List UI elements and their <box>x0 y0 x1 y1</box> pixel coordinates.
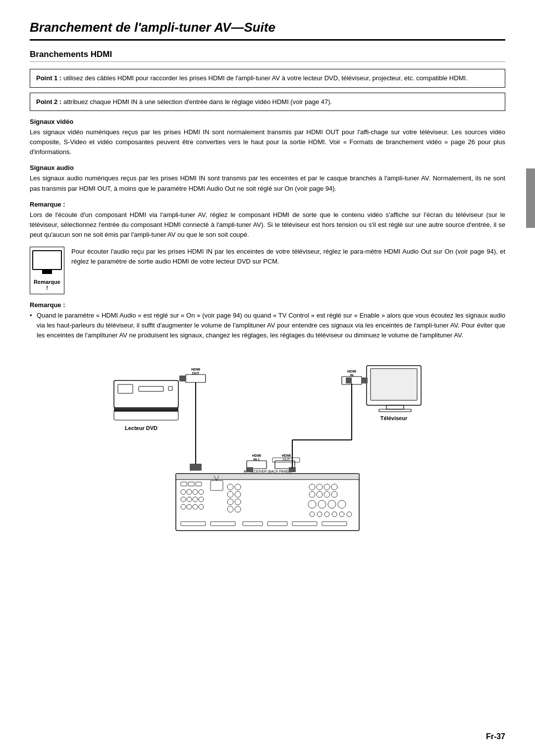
svg-rect-14 <box>386 405 404 409</box>
remarque-inline-section: Remarque ! Pour écouter l'audio reçu par… <box>30 247 505 294</box>
svg-point-27 <box>181 489 186 494</box>
svg-point-38 <box>199 504 204 509</box>
svg-text:OUT: OUT <box>192 372 200 375</box>
svg-point-63 <box>309 484 315 490</box>
lecteur-dvd-label: Lecteur DVD <box>125 425 158 431</box>
diagram-area: Lecteur DVD HDMI OUT Téléviseur HDMI IN <box>30 351 505 540</box>
svg-point-69 <box>324 491 330 497</box>
signaux-video-heading: Signaux vidéo <box>30 118 505 125</box>
svg-point-29 <box>193 489 198 494</box>
svg-text:IN 1: IN 1 <box>254 458 260 461</box>
title-italic: Suite <box>244 20 275 35</box>
svg-rect-24 <box>181 482 187 486</box>
svg-rect-25 <box>188 482 194 486</box>
svg-rect-53 <box>246 467 253 472</box>
svg-point-75 <box>310 512 315 517</box>
remarque2-bullet: Quand le paramètre « HDMI Audio » est ré… <box>30 311 505 340</box>
svg-point-80 <box>347 512 352 517</box>
svg-point-43 <box>235 484 241 490</box>
svg-point-35 <box>181 504 186 509</box>
diagram-svg: Lecteur DVD HDMI OUT Téléviseur HDMI IN <box>99 351 436 539</box>
svg-rect-6 <box>186 375 206 382</box>
svg-rect-62 <box>346 378 352 383</box>
svg-point-32 <box>187 497 192 502</box>
svg-point-34 <box>199 497 204 502</box>
remarque1-text: Lors de l'écoute d'un composant HDMI via… <box>30 210 505 240</box>
svg-rect-3 <box>168 386 172 390</box>
side-tab <box>526 168 535 228</box>
svg-rect-2 <box>139 386 163 391</box>
remarque2-list: Quand le paramètre « HDMI Audio » est ré… <box>30 311 505 340</box>
svg-rect-26 <box>196 482 202 486</box>
svg-point-45 <box>235 491 241 497</box>
remarque1-section: Remarque : Lors de l'écoute d'un composa… <box>30 201 505 240</box>
svg-text:HDMI: HDMI <box>347 370 356 373</box>
svg-rect-82 <box>211 522 235 526</box>
point2-label: Point 2 : <box>36 98 61 106</box>
remarque1-heading: Remarque : <box>30 201 505 208</box>
svg-rect-39 <box>211 481 223 490</box>
svg-point-28 <box>187 489 192 494</box>
svg-point-37 <box>193 504 198 509</box>
point1-box: Point 1 : utilisez des câbles HDMI pour … <box>30 69 505 88</box>
signaux-audio-heading: Signaux audio <box>30 164 505 171</box>
svg-point-30 <box>199 489 204 494</box>
svg-point-49 <box>235 506 241 512</box>
point1-label: Point 1 : <box>36 74 61 82</box>
monitor-icon <box>32 250 62 270</box>
remarque2-heading: Remarque : <box>30 301 505 309</box>
remarque-icon-box: Remarque ! <box>30 247 64 294</box>
signaux-audio-text: Les signaux audio numériques reçus par l… <box>30 173 505 193</box>
page-number: Fr-37 <box>486 732 505 741</box>
svg-point-71 <box>308 500 316 508</box>
svg-rect-4 <box>114 408 178 412</box>
svg-point-66 <box>331 484 337 490</box>
svg-rect-86 <box>322 522 347 526</box>
point1-text: utilisez des câbles HDMI pour raccorder … <box>63 74 468 82</box>
svg-point-70 <box>331 491 337 497</box>
page-title: Branchement de l'ampli-tuner AV—Suite <box>30 20 505 41</box>
svg-text:HDMI: HDMI <box>252 454 261 457</box>
svg-rect-83 <box>243 522 263 526</box>
svg-point-73 <box>328 500 336 508</box>
svg-point-72 <box>318 500 326 508</box>
svg-point-68 <box>317 491 322 497</box>
svg-text:HDMI: HDMI <box>191 368 200 371</box>
point2-text: attribuez chaque HDMI IN à une sélection… <box>63 98 332 106</box>
svg-point-65 <box>324 484 330 490</box>
svg-point-78 <box>332 512 337 517</box>
svg-point-48 <box>227 506 233 512</box>
remarque-inline-text: Pour écouter l'audio reçu par les prises… <box>71 247 505 267</box>
point2-box: Point 2 : attribuez chaque HDMI IN à une… <box>30 93 505 111</box>
svg-point-77 <box>324 512 329 517</box>
svg-point-74 <box>338 500 346 508</box>
svg-rect-15 <box>379 409 411 412</box>
svg-rect-1 <box>118 384 133 393</box>
svg-point-79 <box>339 512 344 517</box>
svg-point-44 <box>227 491 233 497</box>
svg-point-36 <box>187 504 192 509</box>
svg-point-64 <box>317 484 322 490</box>
svg-point-47 <box>235 499 241 505</box>
section-title: Branchements HDMI <box>30 50 505 62</box>
svg-point-67 <box>309 491 315 497</box>
svg-rect-85 <box>292 522 317 526</box>
svg-text:IN: IN <box>350 374 354 377</box>
signaux-video-text: Les signaux vidéo numériques reçus par l… <box>30 127 505 157</box>
svg-point-31 <box>181 497 186 502</box>
svg-rect-13 <box>371 369 417 400</box>
diagram-container: Lecteur DVD HDMI OUT Téléviseur HDMI IN <box>99 351 436 540</box>
remarque-box-label: Remarque ! <box>34 279 60 291</box>
svg-rect-84 <box>268 522 287 526</box>
title-normal: Branchement de l'ampli-tuner AV <box>30 20 231 35</box>
svg-rect-81 <box>181 522 206 526</box>
svg-point-76 <box>317 512 322 517</box>
svg-text:Téléviseur: Téléviseur <box>380 415 408 421</box>
svg-point-42 <box>227 484 233 490</box>
svg-text:OUT: OUT <box>283 458 291 461</box>
svg-rect-22 <box>176 474 359 480</box>
svg-text:HDMI: HDMI <box>282 454 291 457</box>
svg-rect-20 <box>362 378 368 383</box>
remarque2-section: Remarque : Quand le paramètre « HDMI Aud… <box>30 301 505 340</box>
svg-rect-11 <box>190 464 202 471</box>
